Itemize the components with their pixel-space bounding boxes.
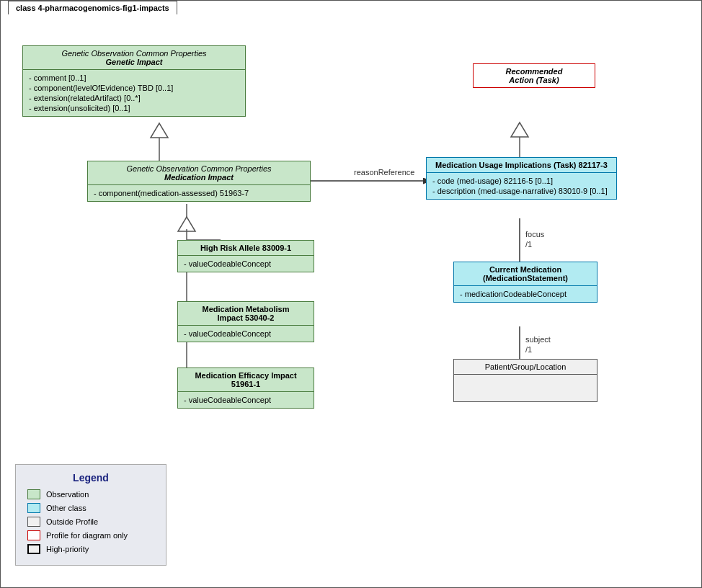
legend-swatch-high-priority (27, 544, 40, 554)
medication-efficacy-header: Medication Efficacy Impact 51961-1 (178, 368, 314, 391)
medication-metabolism-item-0: - valueCodeableConcept (184, 329, 308, 339)
patient-header-text: Patient/Group/Location (458, 362, 592, 371)
recommended-action-line2: Action (Task) (478, 76, 590, 84)
medication-metabolism-header-line2: Impact 53040-2 (182, 313, 309, 322)
legend-swatch-observation (27, 489, 40, 499)
genetic-impact-header-line1: Genetic Observation Common Properties (27, 49, 241, 58)
tab-label: class 4-pharmacogenomics-fig1-impacts (16, 4, 169, 12)
svg-marker-18 (511, 122, 528, 137)
medication-efficacy-header-line2: 51961-1 (182, 380, 309, 388)
diagram-area: reasonReference 1 focus /1 subject /1 Ge… (1, 17, 701, 587)
current-medication-line2: (MedicationStatement) (458, 274, 592, 282)
diagram-container: class 4-pharmacogenomics-fig1-impacts (0, 0, 702, 588)
medication-impact-header-line1: Genetic Observation Common Properties (92, 164, 306, 173)
medication-efficacy-item-0: - valueCodeableConcept (184, 395, 308, 405)
recommended-action-box: Recommended Action (Task) (473, 63, 595, 88)
medication-efficacy-body: - valueCodeableConcept (178, 391, 314, 408)
legend-item-observation: Observation (27, 489, 154, 499)
legend-swatch-other-class (27, 503, 40, 513)
legend-title: Legend (27, 472, 154, 484)
current-medication-box: Current Medication (MedicationStatement)… (453, 262, 597, 303)
legend: Legend Observation Other class Outside P… (15, 464, 166, 566)
high-risk-item-0: - valueCodeableConcept (184, 259, 308, 269)
medication-usage-body: - code (med-usage) 82116-5 [0..1] - desc… (427, 172, 616, 199)
recommended-action-header: Recommended Action (Task) (474, 64, 595, 87)
current-medication-item-0: - medicationCodeableConcept (460, 289, 591, 299)
genetic-impact-item-0: - comment [0..1] (29, 73, 239, 83)
genetic-impact-header: Genetic Observation Common Properties Ge… (23, 46, 245, 69)
genetic-impact-item-1: - component(levelOfEvidence) TBD [0..1] (29, 83, 239, 93)
genetic-impact-item-3: - extension(unsolicited) [0..1] (29, 103, 239, 113)
legend-swatch-profile-diagram (27, 530, 40, 540)
legend-label-outside-profile: Outside Profile (46, 517, 98, 526)
medication-efficacy-box: Medication Efficacy Impact 51961-1 - val… (177, 368, 314, 409)
legend-item-profile-diagram: Profile for diagram only (27, 530, 154, 540)
svg-text:reasonReference: reasonReference (354, 168, 414, 177)
svg-marker-1 (151, 123, 168, 138)
medication-impact-header-line2: Medication Impact (92, 173, 306, 182)
legend-label-other-class: Other class (46, 504, 86, 512)
medication-metabolism-header: Medication Metabolism Impact 53040-2 (178, 302, 314, 325)
genetic-impact-box: Genetic Observation Common Properties Ge… (22, 45, 246, 117)
current-medication-header: Current Medication (MedicationStatement) (454, 262, 597, 285)
high-risk-header: High Risk Allele 83009-1 (178, 241, 314, 255)
legend-label-profile-diagram: Profile for diagram only (46, 531, 128, 540)
medication-usage-header-text: Medication Usage Implications (Task) 821… (431, 161, 612, 169)
medication-impact-header: Genetic Observation Common Properties Me… (88, 161, 310, 184)
legend-item-high-priority: High-priority (27, 544, 154, 554)
current-medication-body: - medicationCodeableConcept (454, 285, 597, 302)
svg-marker-3 (178, 217, 195, 231)
medication-usage-item-0: - code (med-usage) 82116-5 [0..1] (432, 176, 610, 186)
diagram-tab[interactable]: class 4-pharmacogenomics-fig1-impacts (8, 1, 177, 14)
svg-text:/1: /1 (525, 240, 532, 249)
svg-text:/1: /1 (525, 345, 532, 354)
svg-text:focus: focus (525, 230, 545, 239)
medication-usage-box: Medication Usage Implications (Task) 821… (426, 157, 617, 200)
patient-box: Patient/Group/Location (453, 359, 597, 402)
medication-impact-box: Genetic Observation Common Properties Me… (87, 161, 311, 202)
current-medication-line1: Current Medication (458, 265, 592, 274)
medication-metabolism-box: Medication Metabolism Impact 53040-2 - v… (177, 301, 314, 342)
genetic-impact-header-line2: Genetic Impact (27, 58, 241, 66)
genetic-impact-body: - comment [0..1] - component(levelOfEvid… (23, 69, 245, 116)
medication-impact-item-0: - component(medication-assessed) 51963-7 (94, 188, 304, 198)
medication-usage-header: Medication Usage Implications (Task) 821… (427, 158, 616, 172)
recommended-action-line1: Recommended (478, 67, 590, 76)
patient-body (454, 374, 597, 396)
high-risk-box: High Risk Allele 83009-1 - valueCodeable… (177, 240, 314, 272)
svg-text:subject: subject (525, 335, 551, 344)
medication-efficacy-header-line1: Medication Efficacy Impact (182, 371, 309, 380)
medication-impact-body: - component(medication-assessed) 51963-7 (88, 184, 310, 201)
legend-item-other-class: Other class (27, 503, 154, 513)
medication-usage-item-1: - description (med-usage-narrative) 8301… (432, 186, 610, 196)
legend-label-observation: Observation (46, 490, 89, 499)
genetic-impact-item-2: - extension(relatedArtifact) [0..*] (29, 93, 239, 103)
legend-item-outside-profile: Outside Profile (27, 517, 154, 527)
medication-metabolism-body: - valueCodeableConcept (178, 325, 314, 342)
medication-metabolism-header-line1: Medication Metabolism (182, 305, 309, 313)
legend-swatch-outside-profile (27, 517, 40, 527)
patient-header: Patient/Group/Location (454, 360, 597, 374)
high-risk-header-text: High Risk Allele 83009-1 (182, 244, 309, 252)
high-risk-body: - valueCodeableConcept (178, 255, 314, 272)
legend-label-high-priority: High-priority (46, 545, 89, 553)
